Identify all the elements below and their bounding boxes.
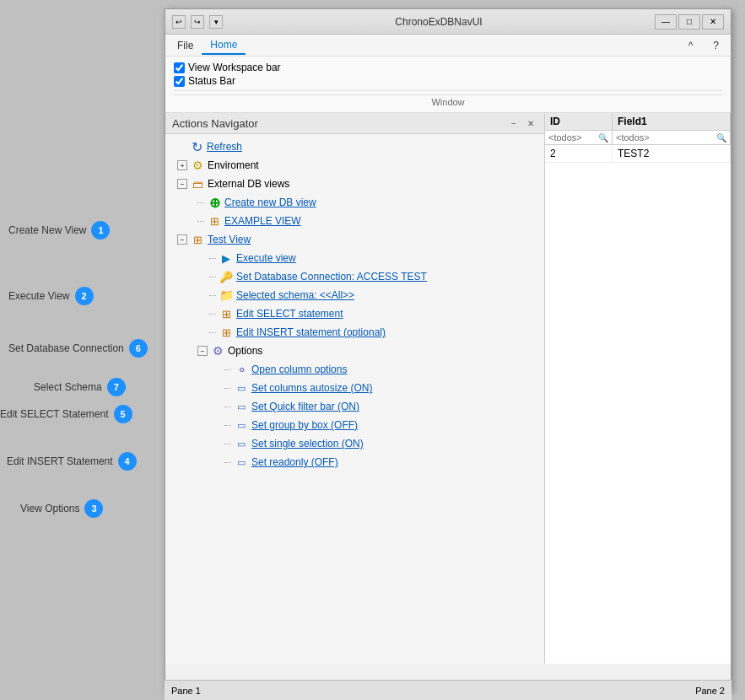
panel-pin-button[interactable]: − bbox=[507, 116, 521, 130]
environment-icon: ⚙ bbox=[190, 158, 205, 173]
set-single-selection-link[interactable]: Set single selection (ON) bbox=[251, 438, 364, 450]
callout-select-schema-badge: 7 bbox=[107, 378, 126, 396]
tree-item-options[interactable]: − ⚙ Options bbox=[165, 342, 544, 360]
tree-item-create-new-db-view[interactable]: ⊕ Create new DB view bbox=[165, 193, 544, 212]
callout-select-schema: Select Schema 7 bbox=[34, 378, 126, 396]
grid-filter-field1-input[interactable] bbox=[616, 132, 715, 143]
menu-bar: File Home ^ ? bbox=[165, 35, 731, 57]
filter-search-icon-1[interactable]: 🔍 bbox=[598, 133, 608, 143]
external-db-views-label: External DB views bbox=[208, 178, 289, 190]
redo-button[interactable]: ↪ bbox=[191, 15, 204, 29]
selected-schema-icon: 📁 bbox=[219, 288, 234, 303]
filter-search-icon-2[interactable]: 🔍 bbox=[716, 133, 726, 143]
ribbon: View Workspace bar Status Bar Window bbox=[165, 57, 731, 113]
tree-item-edit-select[interactable]: ⊞ Edit SELECT statement bbox=[165, 304, 544, 323]
selected-schema-link[interactable]: Selected schema: <<All>> bbox=[236, 289, 354, 301]
panel-controls: − ✕ bbox=[507, 116, 537, 130]
example-view-icon: ⊞ bbox=[207, 213, 222, 229]
menu-file[interactable]: File bbox=[169, 37, 202, 54]
open-column-options-link[interactable]: Open column options bbox=[251, 363, 347, 375]
panel-header: Actions Navigator − ✕ bbox=[165, 113, 544, 134]
dropdown-button[interactable]: ▾ bbox=[209, 15, 223, 29]
callout-edit-select-badge: 5 bbox=[114, 405, 132, 423]
grid-cell-field1: TEST2 bbox=[613, 145, 731, 162]
grid-data-row[interactable]: 2 TEST2 bbox=[545, 145, 731, 163]
test-view-link[interactable]: Test View bbox=[208, 234, 251, 245]
open-column-options-icon: ⚬ bbox=[234, 362, 249, 377]
set-quick-filter-link[interactable]: Set Quick filter bar (ON) bbox=[251, 401, 359, 412]
view-workspace-bar-checkbox[interactable] bbox=[174, 62, 185, 73]
edit-insert-link[interactable]: Edit INSERT statement (optional) bbox=[236, 326, 386, 338]
help-button[interactable]: ? bbox=[705, 37, 727, 54]
main-window: ↩ ↪ ▾ ChronoExDBNavUI — □ ✕ File Home ^ … bbox=[165, 8, 732, 692]
content-area: Actions Navigator − ✕ ↻ Refresh + ⚙ Envi… bbox=[165, 113, 731, 664]
callout-labels: Create New View 1 Execute View 2 View Op… bbox=[0, 0, 167, 700]
test-view-icon: ⊞ bbox=[190, 232, 205, 247]
close-button[interactable]: ✕ bbox=[702, 14, 724, 30]
tree-item-set-db-connection[interactable]: 🔑 Set Database Connection: ACCESS TEST bbox=[165, 267, 544, 286]
collapse-button[interactable]: ^ bbox=[680, 37, 702, 54]
set-db-connection-icon: 🔑 bbox=[219, 269, 234, 284]
undo-button[interactable]: ↩ bbox=[172, 15, 186, 29]
right-panel: ID Field1 🔍 🔍 2 TEST2 bbox=[545, 113, 731, 664]
ribbon-group-label: Window bbox=[174, 94, 722, 107]
callout-set-db-connection-text: Set Database Connection bbox=[8, 342, 124, 354]
maximize-button[interactable]: □ bbox=[678, 14, 700, 30]
set-readonly-icon: ▭ bbox=[234, 455, 249, 470]
grid-filter-id-input[interactable] bbox=[548, 132, 597, 143]
panel-close-button[interactable]: ✕ bbox=[524, 116, 537, 130]
tree-item-set-readonly[interactable]: ▭ Set readonly (OFF) bbox=[165, 453, 544, 471]
callout-select-schema-text: Select Schema bbox=[34, 381, 102, 393]
set-single-selection-icon: ▭ bbox=[234, 436, 249, 451]
tree-item-external-db-views[interactable]: − 🗃 External DB views bbox=[165, 175, 544, 193]
tree-item-environment[interactable]: + ⚙ Enviroment bbox=[165, 156, 544, 175]
set-columns-autosize-link[interactable]: Set columns autosize (ON) bbox=[251, 382, 372, 394]
grid-col-field1: Field1 bbox=[613, 113, 731, 130]
tree-item-refresh[interactable]: ↻ Refresh bbox=[165, 137, 544, 156]
edit-select-link[interactable]: Edit SELECT statement bbox=[236, 308, 343, 320]
refresh-link[interactable]: Refresh bbox=[207, 141, 242, 153]
tree-item-set-columns-autosize[interactable]: ▭ Set columns autosize (ON) bbox=[165, 379, 544, 397]
create-new-db-view-link[interactable]: Create new DB view bbox=[224, 197, 316, 208]
set-group-by-link[interactable]: Set group by box (OFF) bbox=[251, 419, 358, 431]
callout-execute-view-text: Execute View bbox=[8, 290, 70, 302]
title-bar: ↩ ↪ ▾ ChronoExDBNavUI — □ ✕ bbox=[165, 9, 731, 35]
grid-cell-id: 2 bbox=[545, 145, 613, 162]
tree-item-set-group-by[interactable]: ▭ Set group by box (OFF) bbox=[165, 416, 544, 434]
callout-edit-select: Edit SELECT Statement 5 bbox=[0, 405, 132, 423]
execute-view-link[interactable]: Execute view bbox=[236, 252, 296, 264]
ribbon-view-group: View Workspace bar Status Bar bbox=[174, 62, 722, 87]
tree-item-open-column-options[interactable]: ⚬ Open column options bbox=[165, 360, 544, 379]
tree-item-set-quick-filter[interactable]: ▭ Set Quick filter bar (ON) bbox=[165, 397, 544, 416]
set-readonly-link[interactable]: Set readonly (OFF) bbox=[251, 456, 338, 468]
create-new-db-view-icon: ⊕ bbox=[207, 195, 222, 210]
tree-item-set-single-selection[interactable]: ▭ Set single selection (ON) bbox=[165, 434, 544, 453]
status-bar-check[interactable]: Status Bar bbox=[174, 75, 722, 87]
grid-filter-row: 🔍 🔍 bbox=[545, 131, 731, 145]
grid-header: ID Field1 bbox=[545, 113, 731, 131]
tree-container[interactable]: ↻ Refresh + ⚙ Enviroment − 🗃 External DB… bbox=[165, 134, 544, 664]
callout-create-new-view-badge: 1 bbox=[91, 221, 110, 240]
external-db-views-icon: 🗃 bbox=[190, 176, 205, 191]
callout-edit-insert: Edit INSERT Statement 4 bbox=[7, 452, 137, 471]
tree-item-execute-view[interactable]: ▶ Execute view bbox=[165, 249, 544, 267]
callout-execute-view-badge: 2 bbox=[75, 287, 94, 305]
menu-right: ^ ? bbox=[680, 37, 727, 54]
tree-item-selected-schema[interactable]: 📁 Selected schema: <<All>> bbox=[165, 286, 544, 304]
view-workspace-bar-check[interactable]: View Workspace bar bbox=[174, 62, 722, 73]
status-bar-checkbox[interactable] bbox=[174, 76, 185, 87]
status-pane1: Pane 1 bbox=[171, 686, 201, 696]
tree-item-example-view[interactable]: ⊞ EXAMPLE VIEW bbox=[165, 212, 544, 230]
tree-item-edit-insert[interactable]: ⊞ Edit INSERT statement (optional) bbox=[165, 323, 544, 342]
status-bar: Pane 1 Pane 2 bbox=[165, 680, 732, 700]
example-view-link[interactable]: EXAMPLE VIEW bbox=[224, 215, 301, 227]
tree-item-test-view[interactable]: − ⊞ Test View bbox=[165, 230, 544, 249]
options-label: Options bbox=[228, 345, 262, 357]
callout-edit-select-text: Edit SELECT Statement bbox=[0, 408, 109, 420]
edit-insert-icon: ⊞ bbox=[219, 325, 234, 340]
menu-home[interactable]: Home bbox=[202, 36, 246, 55]
minimize-button[interactable]: — bbox=[655, 14, 677, 30]
set-db-connection-link[interactable]: Set Database Connection: ACCESS TEST bbox=[236, 271, 427, 283]
view-workspace-bar-label: View Workspace bar bbox=[188, 62, 281, 73]
grid-col-id: ID bbox=[545, 113, 613, 130]
